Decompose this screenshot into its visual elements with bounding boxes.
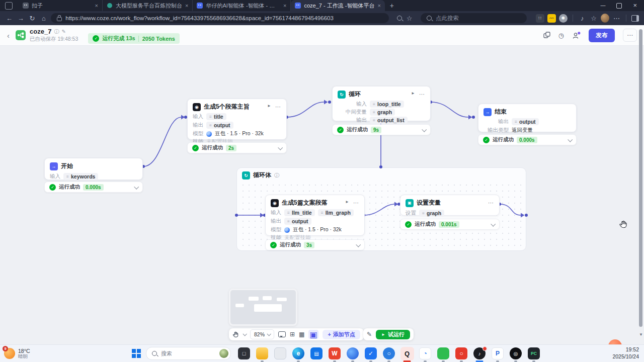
taskbar-app-blue-ring[interactable]: ○ — [382, 347, 396, 360]
collapse-back-icon[interactable]: ‹ — [7, 31, 10, 40]
node-loop-status[interactable]: ✓ 运行成功 9s — [332, 124, 431, 135]
node-more-icon[interactable]: ⋯ — [419, 91, 425, 98]
forward-icon[interactable]: → — [17, 15, 25, 22]
param-chip[interactable]: ≡output — [206, 122, 233, 129]
start-button[interactable] — [132, 349, 141, 358]
node-gen-outline[interactable]: ◉ 生成5个段落主旨 ►⋯ 输入 ≡title 输出 ≡output 模型 豆包… — [187, 99, 287, 140]
taskbar-search-box[interactable]: 搜索 — [146, 347, 231, 360]
taskbar-app-file-explorer[interactable] — [256, 347, 269, 360]
run-node-icon[interactable]: ► — [345, 200, 349, 206]
back-icon[interactable]: ← — [5, 15, 14, 22]
workflow-canvas[interactable]: ↻ 循环体 ⓘ → 开始 输入 ≡keywords ✓ 运行成功 0.000s — [0, 46, 644, 345]
pan-hand-tool[interactable] — [232, 331, 239, 338]
taskbar-app-red-ring[interactable]: ○ — [455, 347, 468, 360]
taskbar-app-browser-ai[interactable] — [346, 347, 360, 360]
test-run-button[interactable]: ► 试运行 — [376, 330, 410, 339]
browser-tab-agent[interactable]: 华仔的AI智能体 -智能体 - 扣子 × — [193, 0, 291, 11]
run-node-icon[interactable]: ► — [411, 91, 415, 98]
run-node-icon[interactable]: ► — [267, 104, 271, 110]
close-button[interactable]: × — [633, 3, 637, 8]
node-more-icon[interactable]: ⋯ — [353, 200, 359, 206]
pan-tool-chevron-icon[interactable] — [243, 332, 247, 336]
taskbar-app-blue-check[interactable]: ✓ — [364, 347, 378, 360]
param-chip[interactable]: ≡llm_title — [284, 209, 315, 216]
node-start-status[interactable]: ✓ 运行成功 0.000s — [44, 182, 143, 193]
tab-close-icon[interactable]: × — [95, 3, 98, 9]
node-gen-paragraphs-status[interactable]: ✓ 运行成功 3s — [265, 239, 365, 250]
add-node-button[interactable]: + 添加节点 — [323, 330, 360, 339]
chevron-down-icon[interactable] — [491, 221, 496, 226]
reload-icon[interactable]: ↻ — [28, 15, 37, 22]
taskbar-app-task-view[interactable]: □ — [237, 347, 251, 360]
tab-close-icon[interactable]: × — [377, 3, 380, 9]
new-tab-button[interactable]: + — [390, 2, 394, 10]
taskbar-app-p-blue[interactable]: P — [491, 347, 505, 360]
edit-pencil-icon[interactable]: ✎ — [367, 331, 372, 338]
param-chip[interactable]: ≡loop_title — [370, 101, 404, 108]
tab-close-icon[interactable]: × — [185, 3, 188, 9]
publish-button[interactable]: 发布 — [589, 29, 615, 42]
quick-search-box[interactable]: 点此搜索 — [421, 13, 527, 23]
browser-tab-bailian[interactable]: 大模型服务平台百炼控制台 × — [103, 0, 193, 11]
zoom-level-select[interactable]: 82% — [250, 329, 274, 339]
param-chip[interactable]: ≡output — [512, 118, 539, 125]
collaborate-icon[interactable] — [572, 32, 581, 39]
weather-widget[interactable]: 9 18°C 晴朗 — [4, 348, 30, 359]
node-set-variable-status[interactable]: ✓ 运行成功 0.001s — [400, 219, 500, 230]
tab-close-icon[interactable]: × — [283, 3, 286, 9]
chevron-down-icon[interactable] — [568, 137, 573, 142]
taskbar-clock[interactable]: 19:52 2025/10/24 — [612, 346, 639, 360]
duplicate-icon[interactable] — [543, 32, 550, 39]
taskbar-app-pycharm[interactable]: PC — [527, 347, 541, 360]
chevron-down-icon[interactable] — [134, 184, 139, 189]
site-security-icon[interactable] — [57, 17, 62, 21]
history-clock-icon[interactable]: ◷ — [558, 32, 564, 39]
param-chip[interactable]: ≡title — [206, 113, 226, 120]
node-loop[interactable]: ↻ 循环 ►⋯ 输入 ≡loop_title 中间变量 ≡graph 输出 ≡o… — [332, 86, 431, 121]
info-icon[interactable]: ⓘ — [54, 28, 59, 35]
taskbar-app-baidu-netdisk[interactable]: ◔ — [419, 347, 432, 360]
tampermonkey-extension-icon[interactable]: ᴖᴖ — [547, 14, 556, 23]
home-icon[interactable]: ⌂ — [39, 15, 48, 22]
param-chip[interactable]: ≡keywords — [63, 173, 98, 180]
param-chip[interactable]: ≡llm_graph — [318, 209, 354, 216]
address-bar[interactable]: https://www.coze.cn/work_flow?workflow_i… — [51, 13, 389, 23]
param-chip[interactable]: ≡graph — [370, 109, 395, 116]
run-result-badge[interactable]: ✓ 运行完成 13s 2050 Tokens — [88, 33, 180, 44]
taskbar-app-store[interactable]: ▤ — [310, 347, 324, 360]
node-gen-paragraphs[interactable]: ◉ 生成5篇文案段落 ►⋯ 输入 ≡llm_title ≡llm_graph 输… — [265, 195, 365, 236]
minimap-toggle-icon[interactable]: ▣ — [308, 330, 318, 339]
node-more-icon[interactable]: ⋯ — [275, 104, 281, 110]
node-end[interactable]: → 结束 输出 ≡output 输出类型 返回变量 — [478, 104, 577, 132]
node-set-variable[interactable]: ▣ 设置变量 ⋯ 设置 ≡graph — [400, 195, 500, 216]
taskbar-app-black-circle[interactable]: ◎ — [509, 347, 523, 360]
auto-layout-icon[interactable]: ⊞ — [290, 331, 295, 338]
taskbar-app-wps[interactable]: W — [328, 347, 342, 360]
music-extension-icon[interactable]: ♪ — [578, 15, 587, 22]
taskbar-app-qq[interactable]: Q — [400, 347, 414, 360]
param-chip[interactable]: ≡output — [284, 218, 311, 225]
chevron-down-icon[interactable] — [278, 145, 283, 150]
scrollbar-thumb[interactable] — [639, 29, 642, 327]
node-more-icon[interactable]: ⋯ — [488, 200, 494, 206]
sidebar-toggle-icon[interactable] — [631, 15, 639, 22]
node-gen-outline-status[interactable]: ✓ 运行成功 2s — [187, 142, 287, 153]
snapshot-icon[interactable]: ▦ — [299, 331, 304, 338]
param-chip[interactable]: ≡graph — [419, 210, 444, 217]
adblock-extension-icon[interactable]: ∷ — [536, 14, 544, 23]
taskbar-app-dark-music[interactable]: ♪ — [473, 347, 487, 360]
minimize-button[interactable]: — — [600, 3, 605, 8]
zoom-out-icon[interactable] — [397, 16, 402, 21]
node-start[interactable]: → 开始 输入 ≡keywords — [44, 158, 143, 180]
taskbar-app-remote-desktop[interactable] — [274, 347, 287, 360]
node-end-status[interactable]: ✓ 运行成功 0.000s — [478, 134, 577, 145]
page-scrollbar[interactable]: ▼ — [639, 28, 643, 337]
edit-title-icon[interactable]: ✎ — [61, 29, 65, 34]
extension-gear-icon[interactable]: ✱ — [559, 14, 568, 23]
browser-tab-workflow-active[interactable]: coze_7 - 工作流 -智能体平台 × — [291, 0, 384, 11]
taskbar-app-wechat[interactable] — [437, 347, 450, 360]
header-more-button[interactable]: ⋯ — [623, 29, 637, 42]
minimap[interactable] — [229, 289, 297, 326]
chevron-down-icon[interactable] — [422, 127, 427, 132]
favorites-icon[interactable]: ☆ — [590, 15, 598, 22]
